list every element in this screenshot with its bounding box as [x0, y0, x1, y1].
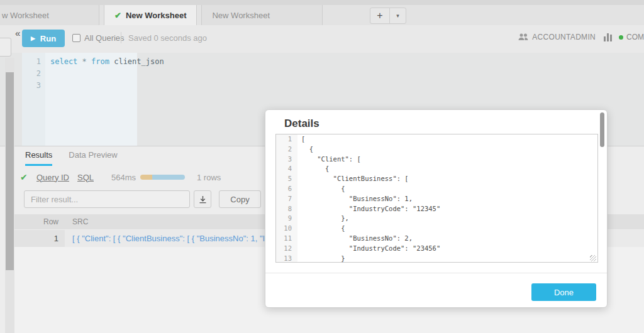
- tab-actions-group: + ▾: [370, 8, 406, 24]
- json-line: 13 }: [276, 254, 597, 263]
- done-button[interactable]: Done: [531, 283, 596, 301]
- query-id-link[interactable]: Query ID: [36, 173, 69, 182]
- json-line: 6 {: [276, 184, 597, 194]
- json-line-number: 9: [276, 214, 297, 224]
- json-line-number: 2: [276, 145, 297, 155]
- resize-handle[interactable]: [590, 255, 596, 261]
- json-line-text: [: [297, 134, 305, 145]
- json-line: 2 {: [276, 145, 597, 155]
- json-line-number: 11: [276, 234, 297, 244]
- new-worksheet-button[interactable]: +: [370, 8, 389, 23]
- json-line-number: 13: [276, 254, 297, 263]
- toolbar-divider: [121, 32, 121, 43]
- json-line: 4 {: [276, 164, 597, 174]
- json-line: 11 "BusinessNo": 2,: [276, 234, 597, 244]
- tab-data-preview[interactable]: Data Preview: [69, 150, 117, 166]
- warehouse-status-dot: [619, 35, 623, 40]
- query-duration: 564ms: [111, 173, 136, 182]
- role-name: ACCOUNTADMIN: [532, 33, 596, 41]
- all-queries-toggle[interactable]: All Queries: [72, 33, 125, 43]
- all-queries-label: All Queries: [84, 33, 125, 43]
- json-line-text: "IndustryCode": "12345": [297, 204, 440, 214]
- duration-bar-execute-segment: [152, 175, 185, 180]
- worksheet-tab[interactable]: ✔ New Worksheet: [104, 5, 197, 25]
- json-line-number: 12: [276, 244, 297, 254]
- worksheet-tab[interactable]: ✔ w Worksheet: [0, 5, 99, 25]
- worksheet-tab-label: New Worksheet: [212, 11, 270, 20]
- line-number: 3: [22, 80, 41, 92]
- json-scrollbar-thumb[interactable]: [600, 112, 604, 147]
- json-detail-viewer[interactable]: 1 [ 2 { 3 "Client": [ 4 {: [275, 134, 598, 263]
- json-line: 3 "Client": [: [276, 155, 597, 165]
- modal-title: Details: [284, 117, 319, 130]
- results-tabs: Results Data Preview: [25, 150, 118, 166]
- duration-bar-compile-segment: [140, 175, 152, 180]
- editor-line-number-gutter: 123: [22, 53, 45, 146]
- json-line-text: {: [297, 145, 313, 155]
- column-header-src[interactable]: SRC: [65, 217, 88, 226]
- row-number-cell: 1: [14, 230, 65, 247]
- worksheet-tab-bar: ✔ w Worksheet ✔ New Worksheet ✔ New Work…: [0, 0, 644, 25]
- json-line-text: "BusinessNo": 1,: [297, 194, 413, 204]
- json-line-number: 6: [276, 184, 297, 194]
- column-header-row[interactable]: Row: [14, 217, 65, 226]
- json-line-text: {: [297, 184, 345, 194]
- json-line-number: 7: [276, 194, 297, 204]
- sidebar-panel-fragment: [0, 38, 11, 57]
- sql-code-line[interactable]: select * from client_json: [50, 56, 164, 68]
- json-line-number: 4: [276, 164, 297, 174]
- json-line-text: },: [297, 214, 349, 224]
- rows-count: 1 rows: [197, 173, 221, 182]
- json-line-text: {: [297, 224, 345, 234]
- json-line-text: "ClientBusiness": [: [297, 174, 409, 184]
- window-top-strip: [0, 0, 644, 5]
- query-success-check-icon: ✔: [20, 172, 28, 182]
- warehouse-icon: [604, 33, 612, 41]
- saved-status-text: Saved 0 seconds ago: [128, 33, 207, 43]
- worksheet-tab-label: New Worksheet: [126, 11, 187, 20]
- json-line-number: 10: [276, 224, 297, 234]
- worksheet-tabs: ✔ w Worksheet ✔ New Worksheet ✔ New Work…: [0, 5, 327, 25]
- run-button[interactable]: ▶ Run: [22, 30, 65, 47]
- download-icon: [199, 195, 207, 204]
- modal-footer-divider: [265, 273, 607, 273]
- json-line-number: 8: [276, 204, 297, 214]
- sql-link[interactable]: SQL: [77, 173, 94, 182]
- json-line: 5 "ClientBusiness": [: [276, 174, 597, 184]
- json-line-text: "BusinessNo": 2,: [297, 234, 413, 244]
- details-modal: Details 1 [ 2 { 3 "Client": [: [265, 109, 608, 308]
- json-line-text: }: [297, 254, 345, 263]
- left-scrollbar-thumb[interactable]: [6, 72, 14, 270]
- download-results-button[interactable]: [194, 190, 211, 208]
- warehouse-name: COM: [626, 33, 644, 41]
- collapse-sidebar-button[interactable]: «: [15, 28, 19, 38]
- json-line-text: "IndustryCode": "23456": [297, 244, 440, 254]
- copy-button[interactable]: Copy: [219, 190, 261, 208]
- json-line: 7 "BusinessNo": 1,: [276, 194, 597, 204]
- sql-keyword: select: [50, 57, 77, 66]
- check-icon: ✔: [114, 11, 121, 20]
- all-queries-checkbox[interactable]: [72, 34, 80, 42]
- worksheet-tab[interactable]: ✔ New Worksheet: [201, 5, 323, 25]
- json-line: 1 [: [276, 134, 597, 145]
- query-duration-bar: [140, 175, 185, 180]
- src-json-cell[interactable]: [ { "Client": [ { "ClientBusiness": [ { …: [65, 234, 274, 243]
- session-context-group[interactable]: ACCOUNTADMIN COM: [518, 33, 644, 41]
- json-line-text: "Client": [: [297, 155, 361, 165]
- json-line: 12 "IndustryCode": "23456": [276, 244, 597, 254]
- json-line: 9 },: [276, 214, 597, 224]
- play-icon: ▶: [31, 35, 35, 41]
- run-button-label: Run: [40, 34, 56, 43]
- json-line: 8 "IndustryCode": "12345": [276, 204, 597, 214]
- worksheet-menu-dropdown[interactable]: ▾: [389, 8, 406, 23]
- line-number: 2: [22, 68, 41, 80]
- json-line: 10 {: [276, 224, 597, 234]
- worksheet-toolbar: « ▶ Run All Queries Saved 0 seconds ago …: [0, 25, 644, 53]
- line-number: 1: [22, 56, 41, 68]
- sql-star: *: [77, 57, 91, 66]
- filter-result-input[interactable]: [24, 190, 190, 208]
- sql-table-name: client_json: [109, 57, 164, 66]
- json-line-text: {: [297, 164, 329, 174]
- users-icon: [518, 33, 529, 41]
- tab-results[interactable]: Results: [25, 150, 52, 166]
